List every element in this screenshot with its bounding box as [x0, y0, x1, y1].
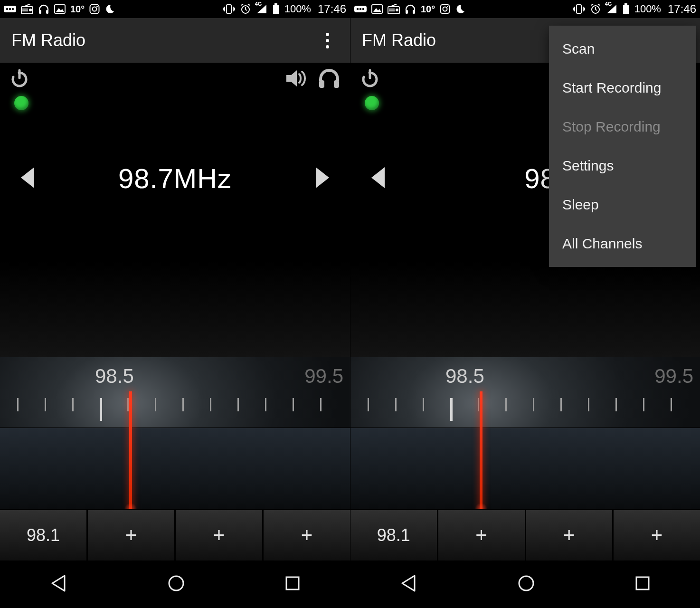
svg-point-7: [29, 9, 32, 11]
headphones-icon: [38, 4, 49, 14]
moon-icon: [455, 4, 465, 14]
app-title: FM Radio: [362, 30, 436, 50]
svg-line-25: [248, 4, 250, 5]
status-bar: 10° 4G 100% 17:46: [0, 0, 350, 18]
preset-3-empty[interactable]: +: [176, 510, 264, 560]
menu-item-sleep[interactable]: Sleep: [549, 185, 696, 224]
nav-recents-button[interactable]: [283, 574, 302, 595]
power-button[interactable]: [9, 67, 30, 89]
svg-rect-67: [624, 3, 627, 5]
menu-item-all-channels[interactable]: All Channels: [549, 224, 696, 263]
preset-1[interactable]: 98.1: [350, 510, 438, 560]
svg-rect-11: [55, 5, 65, 13]
battery-icon: [622, 3, 630, 15]
status-time: 17:46: [668, 2, 696, 16]
svg-rect-51: [413, 10, 415, 14]
svg-line-63: [591, 4, 593, 5]
preset-4-empty[interactable]: +: [614, 510, 700, 560]
dial-label-center: 98.5: [445, 365, 484, 388]
svg-line-24: [241, 4, 243, 5]
nav-back-button[interactable]: [48, 573, 69, 596]
dial-needle: [129, 391, 132, 509]
svg-rect-43: [372, 5, 382, 13]
svg-line-64: [598, 4, 600, 5]
frequency-dial[interactable]: 98.5 99.5: [0, 357, 350, 509]
battery-percent: 100%: [634, 3, 661, 15]
preset-row: 98.1 + + +: [350, 509, 700, 560]
seek-next-button[interactable]: [312, 164, 333, 193]
preset-2-empty[interactable]: +: [438, 510, 526, 560]
speaker-button[interactable]: [284, 68, 308, 88]
svg-rect-32: [319, 80, 324, 88]
frequency-dial[interactable]: 98.5 99.5: [350, 357, 700, 509]
svg-line-23: [246, 10, 247, 10]
svg-point-37: [169, 576, 183, 590]
power-button[interactable]: [359, 67, 381, 89]
preset-3-empty[interactable]: +: [526, 510, 614, 560]
status-indicator-on: [365, 96, 379, 110]
svg-marker-34: [21, 167, 34, 188]
nav-home-button[interactable]: [166, 573, 187, 596]
seek-prev-button[interactable]: [368, 164, 388, 193]
dots-badge-icon: [4, 4, 16, 14]
radio-main: 98.7MHz 98.5 99.5: [0, 63, 350, 560]
dial-label-right: 99.5: [304, 365, 343, 388]
instagram-icon: [440, 4, 450, 14]
svg-rect-28: [274, 3, 277, 5]
nav-back-button[interactable]: [398, 573, 419, 596]
svg-rect-16: [227, 5, 231, 13]
preset-1[interactable]: 98.1: [0, 510, 88, 560]
headphones-button[interactable]: [317, 68, 341, 89]
svg-point-14: [93, 7, 97, 11]
status-indicator-on: [14, 96, 28, 110]
svg-marker-71: [402, 576, 415, 591]
menu-item-stop-recording: Stop Recording: [549, 107, 696, 146]
dial-label-center: 98.5: [95, 365, 134, 388]
svg-point-1: [6, 8, 8, 10]
app-title: FM Radio: [11, 30, 85, 50]
moon-icon: [104, 4, 115, 14]
menu-item-settings[interactable]: Settings: [549, 146, 696, 185]
nav-recents-button[interactable]: [633, 574, 652, 595]
radio-icon: [21, 4, 33, 14]
weather-temp: 10°: [421, 4, 435, 15]
svg-point-72: [519, 576, 533, 590]
svg-rect-55: [577, 5, 581, 13]
svg-marker-70: [371, 167, 385, 188]
svg-point-2: [9, 8, 11, 10]
app-title-bar: FM Radio: [0, 18, 350, 63]
status-time: 17:46: [318, 2, 346, 16]
svg-rect-73: [636, 577, 649, 589]
instagram-icon: [89, 4, 100, 14]
alarm-icon: [590, 4, 601, 14]
svg-rect-10: [46, 10, 48, 14]
nav-home-button[interactable]: [516, 573, 537, 596]
seek-prev-button[interactable]: [17, 164, 38, 193]
svg-point-15: [96, 6, 98, 7]
preset-2-empty[interactable]: +: [88, 510, 176, 560]
frequency-display: 98.7MHz: [118, 162, 232, 194]
svg-point-42: [362, 8, 364, 10]
menu-item-start-recording[interactable]: Start Recording: [549, 68, 696, 107]
svg-line-62: [596, 10, 597, 10]
svg-marker-31: [286, 70, 297, 86]
svg-point-40: [357, 8, 359, 10]
headphones-icon: [405, 4, 416, 14]
menu-item-scan[interactable]: Scan: [549, 29, 696, 68]
svg-point-53: [443, 7, 447, 11]
radio-icon: [388, 4, 400, 14]
alarm-icon: [240, 4, 251, 14]
battery-icon: [272, 3, 280, 15]
preset-4-empty[interactable]: +: [264, 510, 350, 560]
nav-bar: [350, 560, 700, 608]
overflow-menu: Scan Start Recording Stop Recording Sett…: [549, 26, 696, 267]
dial-needle: [480, 391, 482, 509]
overflow-menu-button[interactable]: [316, 29, 339, 52]
svg-marker-44: [373, 8, 381, 12]
picture-icon: [371, 4, 383, 14]
svg-rect-9: [39, 10, 41, 14]
dial-ticks: [0, 398, 350, 427]
svg-rect-52: [441, 5, 450, 14]
dial-label-right: 99.5: [654, 365, 693, 388]
phone-right: 10° 4G 100% 17:46 FM Radio 98.: [350, 0, 700, 608]
